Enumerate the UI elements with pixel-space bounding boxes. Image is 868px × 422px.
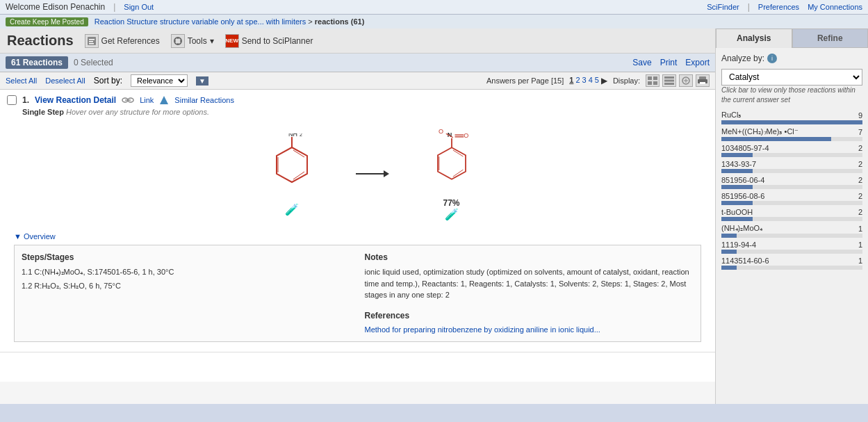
svg-marker-32 xyxy=(384,170,389,177)
select-all-link[interactable]: Select All xyxy=(6,76,37,85)
svg-rect-10 xyxy=(653,76,657,80)
list-item: 1119-94-41 xyxy=(721,241,862,254)
info-icon[interactable]: i xyxy=(767,54,777,63)
select-bar-right: Answers per Page [15] 1 2 3 4 5 ▶ Displa… xyxy=(486,74,710,87)
step-1: 1.1 C:(NH₄)₂MoO₄, S:174501-65-6, 1 h, 30… xyxy=(22,266,351,278)
right-panel: Analysis Refine Analyze by: i Catalyst C… xyxy=(715,29,868,404)
svg-rect-15 xyxy=(664,83,674,85)
myconnections-link[interactable]: My Connections xyxy=(808,3,862,11)
svg-rect-14 xyxy=(664,80,674,82)
main-layout: Reactions Get References Tools ▾ NEW Sen… xyxy=(0,29,868,404)
similar-reactions-link[interactable]: Similar Reactions xyxy=(174,96,234,104)
sort-down-btn[interactable]: ▼ xyxy=(196,76,208,86)
svg-marker-33 xyxy=(438,147,466,179)
display-grid-icon[interactable] xyxy=(646,74,660,87)
answers-per-page: Answers per Page [15] xyxy=(486,76,564,85)
similar-reactions-icon xyxy=(159,95,169,105)
right-panel-content: Analyze by: i Catalyst Click bar to view… xyxy=(716,48,868,278)
get-references-label: Get References xyxy=(101,36,160,46)
display-print-icon[interactable] xyxy=(696,74,710,87)
tools-btn[interactable]: Tools ▾ xyxy=(171,34,214,48)
link-label[interactable]: Link xyxy=(140,96,154,104)
get-references-btn[interactable]: Get References xyxy=(85,34,160,48)
sort-select[interactable]: Relevance xyxy=(131,74,188,87)
list-item: t-BuOOH2 xyxy=(721,208,862,221)
overview-section: ▼ Overview Steps/Stages 1.1 C:(NH₄)₂MoO₄… xyxy=(7,228,708,346)
top-bar-right: SciFinder | Preferences My Connections xyxy=(707,2,862,12)
reactions-count: 61 Reactions xyxy=(6,56,68,69)
send-to-sciplanner-btn[interactable]: NEW Send to SciPlanner xyxy=(225,34,313,48)
welcome-text: Welcome Edison Penachin xyxy=(6,2,105,12)
reaction-diagram: NH 2 🧪 xyxy=(35,122,708,228)
breadcrumb-separator: > xyxy=(308,17,314,26)
svg-text:O: O xyxy=(464,132,468,139)
print-link[interactable]: Print xyxy=(660,58,678,67)
page-next-icon[interactable]: ▶ xyxy=(601,76,607,86)
result-num: 1. xyxy=(22,95,29,105)
reference-link[interactable]: Method for preparing nitrobenzene by oxi… xyxy=(365,325,600,334)
analyze-by-row: Analyze by: i xyxy=(721,54,862,63)
reactions-header: Reactions Get References Tools ▾ NEW Sen… xyxy=(0,29,715,54)
notes-title: Notes xyxy=(365,252,694,262)
page-2[interactable]: 2 xyxy=(575,76,580,86)
list-item: 851956-08-62 xyxy=(721,192,862,205)
display-label: Display: xyxy=(613,76,640,85)
sep2: | xyxy=(748,2,750,12)
page-nums: 1 2 3 4 5 ▶ xyxy=(569,76,607,86)
list-item: MeN+((CH₂)₇Me)₃ •Cl⁻7 xyxy=(721,127,862,141)
top-bar-left: Welcome Edison Penachin | Sign Out xyxy=(6,2,154,12)
steps-title: Steps/Stages xyxy=(22,252,351,262)
sign-out-link[interactable]: Sign Out xyxy=(124,3,154,11)
sort-by-label: Sort by: xyxy=(94,76,122,86)
breadcrumb-current: reactions (61) xyxy=(315,17,365,26)
result-meta: Single Step Hover over any structure for… xyxy=(22,108,708,116)
product-svg: N O O xyxy=(410,129,493,198)
hover-hint: Hover over any structure for more option… xyxy=(66,108,209,116)
svg-rect-1 xyxy=(89,39,95,40)
tab-analysis[interactable]: Analysis xyxy=(716,29,792,48)
flask-icon: 🧪 xyxy=(285,203,299,216)
svg-rect-12 xyxy=(653,81,657,85)
svg-text:NH: NH xyxy=(288,133,297,138)
tools-label: Tools xyxy=(188,36,207,46)
page-3[interactable]: 3 xyxy=(582,76,587,86)
result-checkbox[interactable] xyxy=(7,95,17,105)
view-reaction-link[interactable]: View Reaction Detail xyxy=(35,95,116,105)
svg-rect-11 xyxy=(648,81,652,85)
product-molecule: N O O 77% 🧪 xyxy=(410,129,493,221)
breadcrumb-link[interactable]: Reaction Structure structure variable on… xyxy=(95,17,306,26)
link-icon xyxy=(122,97,134,104)
analyze-select[interactable]: Catalyst xyxy=(721,69,862,86)
display-compact-icon[interactable] xyxy=(679,74,693,87)
breadcrumb-bar: Create Keep Me Posted Reaction Structure… xyxy=(0,15,868,29)
display-list-icon[interactable] xyxy=(662,74,676,87)
results-area: 1. View Reaction Detail Link Similar Rea… xyxy=(0,90,715,382)
send-to-sciplanner-label: Send to SciPlanner xyxy=(242,36,313,46)
page-4[interactable]: 4 xyxy=(589,76,593,86)
toolbar-left: 61 Reactions 0 Selected xyxy=(6,56,113,69)
preferences-link[interactable]: Preferences xyxy=(758,3,799,11)
svg-rect-19 xyxy=(700,82,705,84)
svg-rect-9 xyxy=(648,76,652,80)
arrow-svg xyxy=(354,163,389,184)
list-item: 851956-06-42 xyxy=(721,176,862,189)
top-bar: Welcome Edison Penachin | Sign Out SciFi… xyxy=(0,0,868,15)
save-link[interactable]: Save xyxy=(632,58,651,67)
list-item: (NH₄)₂MoO₄1 xyxy=(721,224,862,238)
deselect-all-link[interactable]: Deselect All xyxy=(45,76,85,85)
left-panel: Reactions Get References Tools ▾ NEW Sen… xyxy=(0,29,715,404)
yield-label: 77% xyxy=(443,198,459,208)
reaction-arrow xyxy=(354,163,389,186)
notes-text: ionic liquid used, optimization study (o… xyxy=(365,266,694,301)
chevron-down-icon: ▼ xyxy=(14,232,22,241)
step-type: Single Step xyxy=(22,108,64,116)
page-1[interactable]: 1 xyxy=(569,76,573,86)
export-link[interactable]: Export xyxy=(685,58,710,67)
tab-refine[interactable]: Refine xyxy=(792,29,869,48)
overview-toggle[interactable]: ▼ Overview xyxy=(14,232,701,241)
svg-rect-3 xyxy=(89,43,94,44)
page-5[interactable]: 5 xyxy=(595,76,599,86)
reactions-title: Reactions xyxy=(7,33,74,49)
keep-posted-btn[interactable]: Create Keep Me Posted xyxy=(6,17,88,26)
scifinder-link[interactable]: SciFinder xyxy=(707,3,739,11)
